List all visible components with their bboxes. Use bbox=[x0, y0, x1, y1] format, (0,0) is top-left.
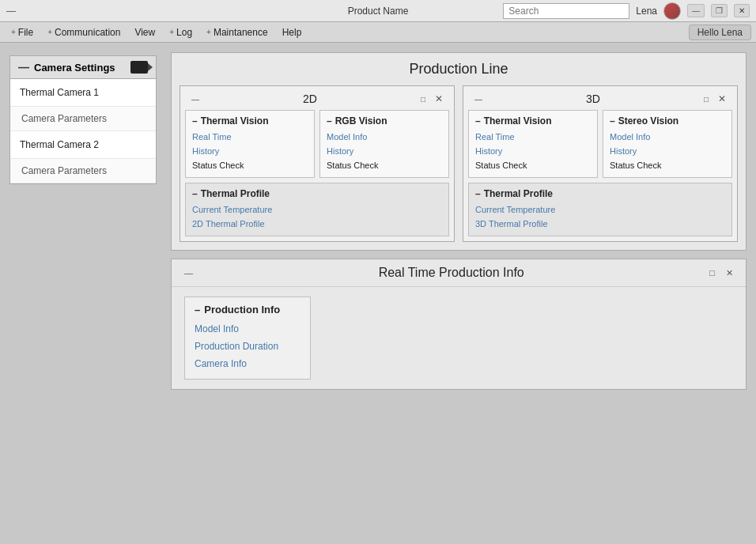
panel-2d: — 2D □ ✕ – Thermal Vision bbox=[180, 85, 455, 242]
rgb-vision-2d-minus[interactable]: – bbox=[327, 115, 332, 127]
sidebar-item-camera-params-1[interactable]: Camera Parameters bbox=[10, 107, 156, 131]
production-info-title: Production Info bbox=[204, 304, 280, 315]
sidebar-label-thermal-camera-2: Thermal Camera 2 bbox=[20, 139, 99, 150]
real-time-minus[interactable]: — bbox=[181, 267, 196, 278]
section-rgb-vision-2d: – RGB Vision Model Info History Status C… bbox=[319, 110, 449, 178]
production-info-camera-info[interactable]: Camera Info bbox=[195, 355, 301, 372]
panel-3d-controls: — bbox=[471, 94, 486, 104]
panel-3d-close[interactable]: ✕ bbox=[715, 93, 729, 105]
hello-badge: Hello Lena bbox=[689, 25, 751, 40]
thermal-vision-3d-history[interactable]: History bbox=[475, 144, 591, 158]
thermal-profile-3d-profile[interactable]: 3D Thermal Profile bbox=[475, 217, 725, 231]
close-button[interactable]: ✕ bbox=[734, 4, 750, 17]
rgb-vision-2d-header: – RGB Vision bbox=[327, 115, 442, 127]
panel-2d-minus[interactable]: — bbox=[188, 94, 202, 104]
panel-3d-sections-row: – Thermal Vision Real Time History Statu… bbox=[468, 110, 732, 178]
panel-3d-win-controls: □ ✕ bbox=[701, 93, 729, 105]
sidebar-panel: — Camera Settings Thermal Camera 1 Camer… bbox=[9, 55, 157, 184]
sidebar-collapse-button[interactable]: — bbox=[18, 61, 29, 74]
production-info-header: – Production Info bbox=[195, 304, 301, 315]
main-content: — Camera Settings Thermal Camera 1 Camer… bbox=[0, 43, 756, 544]
thermal-vision-2d-status[interactable]: Status Check bbox=[192, 158, 308, 172]
real-time-win-controls: □ ✕ bbox=[706, 267, 736, 279]
section-stereo-vision-3d: – Stereo Vision Model Info History Statu… bbox=[603, 110, 732, 178]
stereo-vision-3d-modelinfo[interactable]: Model Info bbox=[610, 130, 725, 144]
thermal-profile-2d-current-temp[interactable]: Current Temperature bbox=[192, 202, 442, 217]
menu-label-file: File bbox=[18, 27, 33, 38]
panel-2d-close[interactable]: ✕ bbox=[432, 93, 446, 105]
menu-label-view: View bbox=[134, 27, 155, 38]
real-time-titlebar: — Real Time Production Info □ ✕ bbox=[172, 259, 746, 287]
sidebar-header-left: — Camera Settings bbox=[18, 61, 115, 74]
real-time-title: Real Time Production Info bbox=[196, 266, 706, 280]
production-info-box: – Production Info Model Info Production … bbox=[184, 297, 311, 380]
stereo-vision-3d-status[interactable]: Status Check bbox=[610, 158, 725, 172]
rgb-vision-2d-modelinfo[interactable]: Model Info bbox=[327, 130, 442, 144]
panel-3d-minus[interactable]: — bbox=[471, 94, 486, 104]
production-info-model-info[interactable]: Model Info bbox=[195, 320, 301, 338]
stereo-vision-3d-history[interactable]: History bbox=[610, 144, 725, 158]
menu-item-maintanence[interactable]: + Maintanence bbox=[200, 25, 274, 40]
thermal-vision-2d-history[interactable]: History bbox=[192, 144, 308, 158]
thermal-profile-3d-current-temp[interactable]: Current Temperature bbox=[475, 202, 725, 217]
menu-item-view[interactable]: View bbox=[128, 25, 161, 40]
thermal-profile-2d-profile[interactable]: 2D Thermal Profile bbox=[192, 217, 442, 231]
panel-2d-win-controls: □ ✕ bbox=[418, 93, 446, 105]
thermal-vision-3d-realtime[interactable]: Real Time bbox=[475, 130, 591, 144]
panel-2d-controls: — bbox=[188, 94, 202, 104]
sub-panels-row: — 2D □ ✕ – Thermal Vision bbox=[180, 85, 738, 242]
thermal-profile-3d-title: Thermal Profile bbox=[484, 188, 553, 199]
file-icon: + bbox=[11, 28, 16, 36]
thermal-vision-3d-status[interactable]: Status Check bbox=[475, 158, 591, 172]
panel-3d-restore[interactable]: □ bbox=[701, 94, 712, 104]
minimize-button[interactable]: — bbox=[687, 4, 705, 17]
menu-label-communication: Communication bbox=[55, 27, 120, 38]
real-time-body: – Production Info Model Info Production … bbox=[172, 287, 746, 389]
real-time-close[interactable]: ✕ bbox=[723, 267, 736, 279]
thermal-profile-2d-header: – Thermal Profile bbox=[192, 188, 442, 199]
sidebar-label-thermal-camera-1: Thermal Camera 1 bbox=[20, 87, 99, 98]
menu-item-log[interactable]: + Log bbox=[163, 25, 198, 40]
title-bar: — Product Name Lena — ❐ ✕ bbox=[0, 0, 756, 22]
maint-icon: + bbox=[206, 28, 211, 36]
thermal-profile-3d-header: – Thermal Profile bbox=[475, 188, 725, 199]
rgb-vision-2d-title: RGB Vision bbox=[335, 115, 387, 127]
user-name-label: Lena bbox=[636, 6, 657, 17]
stereo-vision-3d-header: – Stereo Vision bbox=[610, 115, 725, 127]
thermal-profile-2d-minus[interactable]: – bbox=[192, 188, 198, 199]
avatar bbox=[663, 2, 681, 20]
thermal-vision-2d-minus[interactable]: – bbox=[192, 115, 198, 127]
rgb-vision-2d-status[interactable]: Status Check bbox=[327, 158, 442, 172]
sidebar-item-thermal-camera-1[interactable]: Thermal Camera 1 bbox=[10, 79, 156, 107]
production-info-minus[interactable]: – bbox=[195, 304, 200, 315]
thermal-profile-3d-minus[interactable]: – bbox=[475, 188, 481, 199]
panel-2d-restore[interactable]: □ bbox=[418, 94, 429, 104]
real-time-left-controls: — bbox=[181, 267, 196, 278]
menu-item-communication[interactable]: + Communication bbox=[41, 25, 127, 40]
menu-bar: + File + Communication View + Log + Main… bbox=[0, 22, 756, 43]
right-area: Production Line — 2D □ ✕ bbox=[166, 43, 756, 544]
sidebar-item-camera-params-2[interactable]: Camera Parameters bbox=[10, 159, 156, 183]
minimize-icon: — bbox=[6, 6, 16, 17]
menu-label-maintanence: Maintanence bbox=[214, 27, 268, 38]
production-info-duration[interactable]: Production Duration bbox=[195, 338, 301, 355]
thermal-vision-2d-realtime[interactable]: Real Time bbox=[192, 130, 308, 144]
search-input[interactable] bbox=[503, 3, 629, 19]
stereo-vision-3d-minus[interactable]: – bbox=[610, 115, 615, 127]
menu-item-file[interactable]: + File bbox=[5, 25, 40, 40]
menu-label-log: Log bbox=[176, 27, 192, 38]
thermal-profile-3d: – Thermal Profile Current Temperature 3D… bbox=[468, 183, 732, 236]
thermal-vision-3d-minus[interactable]: – bbox=[475, 115, 481, 127]
real-time-restore[interactable]: □ bbox=[706, 267, 718, 278]
sidebar-item-thermal-camera-2[interactable]: Thermal Camera 2 bbox=[10, 131, 156, 159]
menu-item-help[interactable]: Help bbox=[276, 25, 308, 40]
camera-icon bbox=[130, 61, 148, 74]
panel-2d-sections-row: – Thermal Vision Real Time History Statu… bbox=[185, 110, 449, 178]
rgb-vision-2d-history[interactable]: History bbox=[327, 144, 442, 158]
panel-2d-titlebar: — 2D □ ✕ bbox=[185, 91, 449, 110]
restore-button[interactable]: ❐ bbox=[711, 4, 728, 17]
thermal-vision-2d-title: Thermal Vision bbox=[201, 115, 269, 127]
real-time-panel: — Real Time Production Info □ ✕ – Produc… bbox=[171, 259, 747, 390]
thermal-profile-2d-title: Thermal Profile bbox=[201, 188, 270, 199]
title-bar-left: — bbox=[6, 6, 16, 17]
